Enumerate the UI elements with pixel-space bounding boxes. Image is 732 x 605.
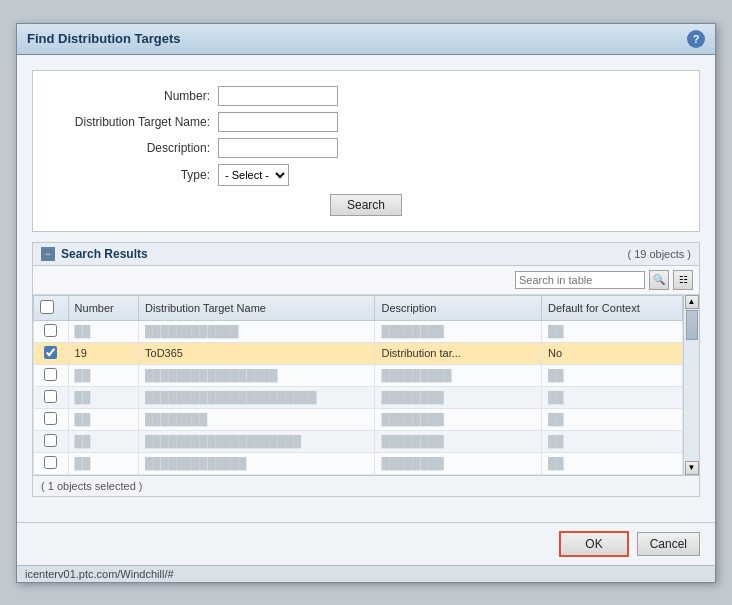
col-header-checkbox	[34, 295, 69, 320]
dist-target-name-row: Distribution Target Name:	[53, 112, 679, 132]
dist-target-name-input[interactable]	[218, 112, 338, 132]
col-header-dist-target-name: Distribution Target Name	[139, 295, 375, 320]
scroll-up-arrow[interactable]: ▲	[685, 295, 699, 309]
dialog-title: Find Distribution Targets	[27, 31, 181, 46]
results-count: ( 19 objects )	[627, 248, 691, 260]
row-checkbox[interactable]	[44, 412, 57, 425]
ok-button[interactable]: OK	[559, 531, 628, 557]
table-row[interactable]: ██ █████████████ ████████ ██	[34, 452, 683, 474]
selected-row-default: No	[542, 342, 683, 364]
number-input[interactable]	[218, 86, 338, 106]
table-row[interactable]: ██ ████████████ ████████ ██	[34, 320, 683, 342]
row-checkbox-cell[interactable]	[34, 408, 69, 430]
dist-target-name-label: Distribution Target Name:	[53, 115, 218, 129]
row-desc: ████████	[375, 320, 542, 342]
row-checkbox-cell[interactable]	[34, 386, 69, 408]
selected-row-name: ToD365	[139, 342, 375, 364]
scroll-down-arrow[interactable]: ▼	[685, 461, 699, 475]
number-label: Number:	[53, 89, 218, 103]
table-row[interactable]: ██ ████████ ████████ ██	[34, 408, 683, 430]
search-btn-row: Search	[53, 194, 679, 216]
row-default: ██	[542, 320, 683, 342]
col-header-number: Number	[68, 295, 138, 320]
description-input[interactable]	[218, 138, 338, 158]
row-checkbox-cell[interactable]	[34, 430, 69, 452]
search-form: Number: Distribution Target Name: Descri…	[32, 70, 700, 232]
description-label: Description:	[53, 141, 218, 155]
selected-row-desc: Distribution tar...	[375, 342, 542, 364]
search-in-table-button[interactable]: 🔍	[649, 270, 669, 290]
row-checkbox[interactable]	[44, 456, 57, 469]
type-row: Type: - Select -	[53, 164, 679, 186]
vertical-scrollbar[interactable]: ▲ ▼	[683, 295, 699, 475]
col-header-default-context: Default for Context	[542, 295, 683, 320]
search-in-table-bar: 🔍 ☷	[33, 266, 699, 295]
dialog-title-bar: Find Distribution Targets ?	[17, 24, 715, 55]
url-bar: icenterv01.ptc.com/Windchill/#	[17, 565, 715, 582]
row-checkbox[interactable]	[44, 390, 57, 403]
table-header-row: Number Distribution Target Name Descript…	[34, 295, 683, 320]
search-in-table-input[interactable]	[515, 271, 645, 289]
results-title-area: − Search Results	[41, 247, 148, 261]
search-button[interactable]: Search	[330, 194, 402, 216]
selected-row-checkbox[interactable]	[44, 346, 57, 359]
selected-row-checkbox-cell[interactable]	[34, 342, 69, 364]
row-name: ████████████	[139, 320, 375, 342]
type-select[interactable]: - Select -	[218, 164, 289, 186]
results-header: − Search Results ( 19 objects )	[33, 243, 699, 266]
help-icon[interactable]: ?	[687, 30, 705, 48]
results-section: − Search Results ( 19 objects ) 🔍 ☷	[32, 242, 700, 497]
type-select-wrapper: - Select -	[218, 164, 289, 186]
scroll-track[interactable]	[685, 309, 699, 461]
cancel-button[interactable]: Cancel	[637, 532, 700, 556]
selected-row-number: 19	[68, 342, 138, 364]
table-row[interactable]: ██ ████████████████████ ████████ ██	[34, 430, 683, 452]
grid-options-button[interactable]: ☷	[673, 270, 693, 290]
scroll-thumb[interactable]	[686, 310, 698, 340]
row-checkbox-cell[interactable]	[34, 364, 69, 386]
description-row: Description:	[53, 138, 679, 158]
col-header-description: Description	[375, 295, 542, 320]
find-distribution-targets-dialog: Find Distribution Targets ? Number: Dist…	[16, 23, 716, 583]
row-checkbox[interactable]	[44, 368, 57, 381]
table-row[interactable]: ██ ██████████████████████ ████████ ██	[34, 386, 683, 408]
type-label: Type:	[53, 168, 218, 182]
selection-status: ( 1 objects selected )	[33, 475, 699, 496]
collapse-icon[interactable]: −	[41, 247, 55, 261]
select-all-checkbox[interactable]	[40, 300, 54, 314]
table-row-selected[interactable]: 19 ToD365 Distribution tar... No	[34, 342, 683, 364]
table-scroll-area: Number Distribution Target Name Descript…	[33, 295, 699, 475]
dialog-footer: OK Cancel	[17, 522, 715, 565]
number-row: Number:	[53, 86, 679, 106]
row-number: ██	[68, 320, 138, 342]
row-checkbox-cell[interactable]	[34, 320, 69, 342]
table-row[interactable]: ██ █████████████████ █████████ ██	[34, 364, 683, 386]
row-checkbox-cell[interactable]	[34, 452, 69, 474]
row-checkbox[interactable]	[44, 324, 57, 337]
row-checkbox[interactable]	[44, 434, 57, 447]
dialog-body: Number: Distribution Target Name: Descri…	[17, 55, 715, 522]
results-title: Search Results	[61, 247, 148, 261]
results-table: Number Distribution Target Name Descript…	[33, 295, 683, 475]
